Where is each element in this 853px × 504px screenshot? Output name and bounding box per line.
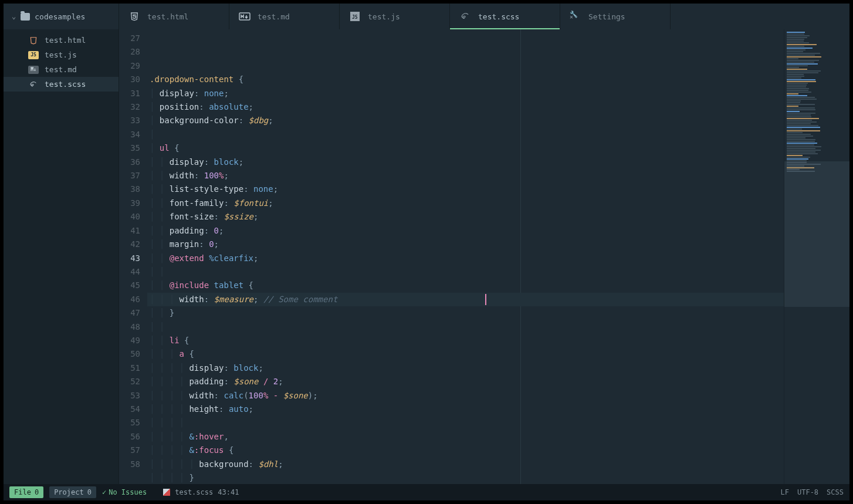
line-number: 56 — [119, 430, 140, 444]
line-number: 54 — [119, 402, 140, 416]
line-number: 48 — [119, 320, 140, 334]
line-number: 47 — [119, 306, 140, 320]
line-number: 27 — [119, 32, 140, 45]
line-gutter: 2728293031323334353637383940414243444546… — [119, 29, 147, 484]
tree-item-test-scss[interactable]: test.scss — [4, 77, 119, 92]
tree-item-test-js[interactable]: JStest.js — [4, 48, 119, 62]
code-line[interactable]: │ │ font-family: $fontui; — [147, 197, 784, 210]
line-number: 57 — [119, 444, 140, 457]
tab-test-scss[interactable]: test.scss — [450, 4, 560, 29]
code-area[interactable]: .dropdown-content {│ display: none;│ pos… — [147, 29, 784, 484]
file-tree: test.htmlJStest.jsM↓test.mdtest.scss — [4, 29, 119, 484]
project-issues-pill[interactable]: Project 0 — [49, 486, 96, 498]
code-line[interactable]: │ │ │ │ width: calc(100% - $sone); — [147, 389, 784, 402]
tree-item-test-html[interactable]: test.html — [4, 33, 119, 48]
html5-icon — [128, 12, 140, 21]
chevron-down-icon: ⌄ — [12, 12, 16, 21]
code-line[interactable]: │ background-color: $dbg; — [147, 114, 784, 127]
code-line[interactable]: │ │ │ width: $measure; // Some comment — [147, 293, 784, 306]
line-number: 37 — [119, 169, 140, 182]
line-number: 45 — [119, 279, 140, 292]
code-line[interactable]: │ │ │ │ │ background: $dhl; — [147, 458, 784, 471]
code-line[interactable]: │ │ } — [147, 306, 784, 320]
javascript-icon: JS — [28, 51, 39, 59]
html5-icon — [28, 36, 39, 45]
tab-test-html[interactable]: test.html — [119, 4, 229, 29]
tree-item-test-md[interactable]: M↓test.md — [4, 62, 119, 77]
code-line[interactable]: .dropdown-content { — [147, 73, 784, 86]
line-number: 38 — [119, 182, 140, 196]
code-line[interactable]: │ ul { — [147, 141, 784, 155]
status-right: LF UTF-8 SCSS — [781, 488, 844, 496]
code-line[interactable]: │ │ │ │ padding: $sone / 2; — [147, 375, 784, 388]
line-ending[interactable]: LF — [781, 488, 789, 496]
code-line[interactable]: │ │ font-size: $ssize; — [147, 210, 784, 224]
check-icon: ✓ — [102, 488, 106, 496]
tree-item-label: test.js — [45, 50, 77, 59]
code-line[interactable]: │ position: absolute; — [147, 100, 784, 114]
code-line[interactable]: │ │ margin: 0; — [147, 238, 784, 251]
code-line[interactable]: │ display: none; — [147, 87, 784, 100]
tree-item-label: test.html — [45, 36, 86, 45]
code-line[interactable]: │ │ list-style-type: none; — [147, 182, 784, 196]
file-modified-icon — [163, 489, 170, 496]
code-line[interactable]: │ │ │ │ display: block; — [147, 361, 784, 375]
line-number: 46 — [119, 293, 140, 306]
line-number: 35 — [119, 141, 140, 155]
code-line[interactable]: │ │ padding: 0; — [147, 224, 784, 238]
code-line[interactable]: │ │ display: block; — [147, 155, 784, 169]
line-number: 41 — [119, 224, 140, 238]
line-number: 30 — [119, 73, 140, 86]
code-line[interactable]: │ │ @include tablet { — [147, 279, 784, 292]
app-window: ⌄ codesamples test.htmltest.mdJStest.jst… — [4, 4, 849, 500]
language-mode[interactable]: SCSS — [827, 488, 844, 496]
code-line[interactable]: │ │ │ │ height: auto; — [147, 402, 784, 416]
line-number: 53 — [119, 389, 140, 402]
file-issues-pill[interactable]: File 0 — [9, 486, 43, 498]
code-line[interactable]: │ │ │ │ } — [147, 471, 784, 484]
sass-icon — [28, 80, 39, 89]
line-number: 40 — [119, 210, 140, 224]
minimap[interactable] — [784, 29, 849, 484]
javascript-icon: JS — [349, 12, 361, 21]
no-issues-label: No Issues — [109, 488, 147, 496]
line-number: 36 — [119, 155, 140, 169]
tab-label: test.html — [147, 12, 188, 21]
tree-item-label: test.md — [45, 65, 77, 74]
svg-text:JS: JS — [352, 15, 358, 20]
encoding[interactable]: UTF-8 — [797, 488, 818, 496]
tab-test-md[interactable]: test.md — [229, 4, 340, 29]
project-header[interactable]: ⌄ codesamples — [4, 4, 119, 29]
line-number: 55 — [119, 416, 140, 429]
file-issues-label: File — [14, 488, 31, 496]
code-line[interactable]: │ │ — [147, 320, 784, 334]
sass-icon — [459, 12, 471, 21]
editor[interactable]: 2728293031323334353637383940414243444546… — [119, 29, 849, 484]
no-issues-indicator[interactable]: ✓ No Issues — [102, 488, 147, 496]
minimap-viewport[interactable] — [784, 161, 849, 307]
line-number: 33 — [119, 114, 140, 127]
tab-label: test.scss — [478, 12, 519, 21]
line-number: 32 — [119, 100, 140, 114]
code-line[interactable]: │ │ li { — [147, 334, 784, 347]
line-number: 51 — [119, 361, 140, 375]
status-bar: File 0 Project 0 ✓ No Issues test.scss 4… — [4, 484, 849, 500]
top-bar: ⌄ codesamples test.htmltest.mdJStest.jst… — [4, 4, 849, 29]
code-line[interactable]: │ — [147, 128, 784, 141]
tab-test-js[interactable]: JStest.js — [340, 4, 450, 29]
markdown-icon: M↓ — [28, 66, 39, 74]
project-name: codesamples — [35, 12, 85, 21]
code-line[interactable]: │ │ — [147, 265, 784, 279]
project-issues-count: 0 — [87, 488, 92, 496]
code-line[interactable]: │ │ │ a { — [147, 347, 784, 361]
code-line[interactable]: │ │ width: 100%; — [147, 169, 784, 182]
code-line[interactable]: │ │ @extend %clearfix; — [147, 252, 784, 265]
tab-settings[interactable]: ✕🔧Settings — [560, 4, 671, 29]
file-info[interactable]: test.scss 43:41 — [163, 488, 239, 496]
code-line[interactable]: │ │ │ │ &:hover, — [147, 430, 784, 444]
line-number: 31 — [119, 87, 140, 100]
line-number: 39 — [119, 197, 140, 210]
line-number: 44 — [119, 265, 140, 279]
code-line[interactable]: │ │ │ │ &:focus { — [147, 444, 784, 457]
code-line[interactable]: │ │ │ │ — [147, 416, 784, 429]
